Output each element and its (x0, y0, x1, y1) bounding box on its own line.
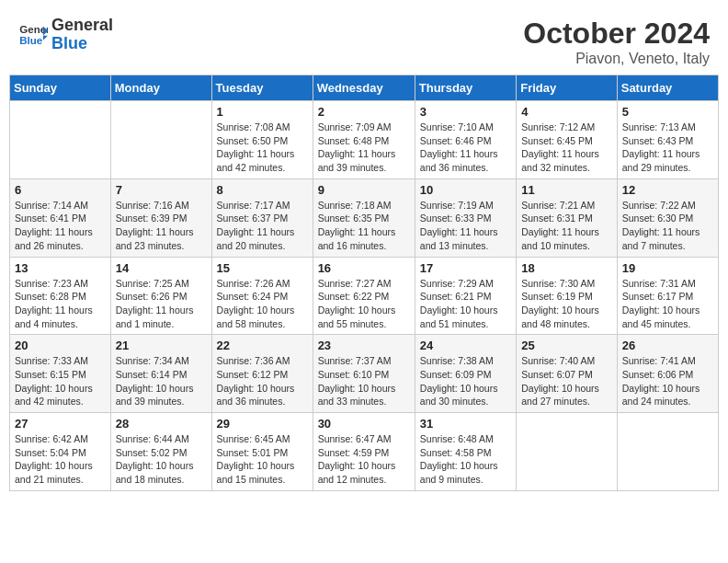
day-number: 13 (15, 261, 106, 275)
weekday-header-friday: Friday (517, 75, 618, 101)
day-number: 14 (116, 261, 207, 275)
day-number: 19 (622, 261, 713, 275)
calendar-cell: 24Sunrise: 7:38 AMSunset: 6:09 PMDayligh… (415, 335, 516, 413)
sun-info: Sunrise: 7:10 AMSunset: 6:46 PMDaylight:… (420, 121, 511, 175)
sun-info: Sunrise: 7:36 AMSunset: 6:12 PMDaylight:… (217, 354, 308, 408)
calendar-cell: 7Sunrise: 7:16 AMSunset: 6:39 PMDaylight… (110, 178, 211, 257)
sun-info: Sunrise: 7:38 AMSunset: 6:09 PMDaylight:… (420, 354, 511, 408)
sun-info: Sunrise: 7:23 AMSunset: 6:28 PMDaylight:… (15, 277, 106, 331)
day-number: 30 (318, 417, 410, 431)
calendar-cell: 22Sunrise: 7:36 AMSunset: 6:12 PMDayligh… (211, 335, 313, 413)
day-number: 4 (521, 105, 612, 119)
weekday-header-saturday: Saturday (617, 75, 718, 101)
sun-info: Sunrise: 7:12 AMSunset: 6:45 PMDaylight:… (521, 121, 612, 175)
calendar-cell: 10Sunrise: 7:19 AMSunset: 6:33 PMDayligh… (415, 178, 516, 257)
calendar-cell: 5Sunrise: 7:13 AMSunset: 6:43 PMDaylight… (617, 101, 718, 179)
sun-info: Sunrise: 7:25 AMSunset: 6:26 PMDaylight:… (116, 277, 207, 331)
sun-info: Sunrise: 7:27 AMSunset: 6:22 PMDaylight:… (318, 277, 410, 331)
day-number: 26 (622, 339, 713, 352)
calendar-week-row: 6Sunrise: 7:14 AMSunset: 6:41 PMDaylight… (10, 178, 719, 257)
weekday-header-wednesday: Wednesday (313, 75, 415, 101)
day-number: 18 (521, 261, 612, 275)
sun-info: Sunrise: 7:40 AMSunset: 6:07 PMDaylight:… (521, 354, 612, 408)
sun-info: Sunrise: 7:19 AMSunset: 6:33 PMDaylight:… (420, 199, 511, 253)
calendar-cell: 17Sunrise: 7:29 AMSunset: 6:21 PMDayligh… (415, 257, 516, 335)
calendar-cell: 23Sunrise: 7:37 AMSunset: 6:10 PMDayligh… (313, 335, 415, 413)
day-number: 20 (15, 339, 106, 352)
month-title: October 2024 (523, 17, 710, 51)
sun-info: Sunrise: 7:31 AMSunset: 6:17 PMDaylight:… (622, 277, 713, 331)
calendar-cell: 27Sunrise: 6:42 AMSunset: 5:04 PMDayligh… (10, 413, 111, 491)
calendar-week-row: 27Sunrise: 6:42 AMSunset: 5:04 PMDayligh… (10, 413, 719, 491)
sun-info: Sunrise: 7:17 AMSunset: 6:37 PMDaylight:… (217, 199, 308, 253)
sun-info: Sunrise: 6:44 AMSunset: 5:02 PMDaylight:… (116, 432, 207, 487)
calendar-cell: 29Sunrise: 6:45 AMSunset: 5:01 PMDayligh… (211, 413, 313, 491)
sun-info: Sunrise: 6:47 AMSunset: 4:59 PMDaylight:… (318, 432, 410, 487)
day-number: 22 (217, 339, 308, 352)
sun-info: Sunrise: 7:09 AMSunset: 6:48 PMDaylight:… (318, 121, 410, 175)
sun-info: Sunrise: 7:08 AMSunset: 6:50 PMDaylight:… (217, 121, 308, 175)
sun-info: Sunrise: 7:14 AMSunset: 6:41 PMDaylight:… (15, 199, 106, 253)
weekday-header-thursday: Thursday (415, 75, 516, 101)
weekday-header-monday: Monday (110, 75, 211, 101)
sun-info: Sunrise: 7:18 AMSunset: 6:35 PMDaylight:… (318, 199, 410, 253)
svg-text:Blue: Blue (19, 34, 43, 45)
day-number: 25 (521, 339, 612, 352)
calendar-cell: 30Sunrise: 6:47 AMSunset: 4:59 PMDayligh… (313, 413, 415, 491)
day-number: 9 (318, 183, 410, 197)
location-title: Piavon, Veneto, Italy (523, 51, 710, 67)
sun-info: Sunrise: 7:26 AMSunset: 6:24 PMDaylight:… (217, 277, 308, 331)
day-number: 7 (116, 183, 207, 197)
calendar-cell: 18Sunrise: 7:30 AMSunset: 6:19 PMDayligh… (517, 257, 618, 335)
calendar-week-row: 20Sunrise: 7:33 AMSunset: 6:15 PMDayligh… (10, 335, 719, 413)
calendar-cell: 19Sunrise: 7:31 AMSunset: 6:17 PMDayligh… (617, 257, 718, 335)
day-number: 28 (116, 417, 207, 431)
day-number: 10 (420, 183, 511, 197)
calendar-table: SundayMondayTuesdayWednesdayThursdayFrid… (9, 75, 719, 491)
weekday-header-tuesday: Tuesday (211, 75, 313, 101)
sun-info: Sunrise: 7:34 AMSunset: 6:14 PMDaylight:… (116, 354, 207, 408)
day-number: 23 (318, 339, 410, 352)
logo-icon: General Blue (18, 20, 48, 50)
day-number: 17 (420, 261, 511, 275)
calendar-cell: 11Sunrise: 7:21 AMSunset: 6:31 PMDayligh… (517, 178, 618, 257)
calendar-cell (10, 101, 111, 179)
day-number: 6 (15, 183, 106, 197)
day-number: 11 (521, 183, 612, 197)
calendar-cell: 21Sunrise: 7:34 AMSunset: 6:14 PMDayligh… (110, 335, 211, 413)
day-number: 12 (622, 183, 713, 197)
day-number: 15 (217, 261, 308, 275)
logo-blue: Blue (51, 35, 113, 53)
day-number: 29 (217, 417, 308, 431)
sun-info: Sunrise: 7:13 AMSunset: 6:43 PMDaylight:… (622, 121, 713, 175)
calendar-cell: 8Sunrise: 7:17 AMSunset: 6:37 PMDaylight… (211, 178, 313, 257)
calendar-header-row: SundayMondayTuesdayWednesdayThursdayFrid… (10, 75, 719, 101)
calendar-cell: 9Sunrise: 7:18 AMSunset: 6:35 PMDaylight… (313, 178, 415, 257)
page-header: General Blue General Blue October 2024 P… (9, 9, 719, 75)
sun-info: Sunrise: 7:22 AMSunset: 6:30 PMDaylight:… (622, 199, 713, 253)
calendar-cell: 6Sunrise: 7:14 AMSunset: 6:41 PMDaylight… (10, 178, 111, 257)
calendar-cell: 25Sunrise: 7:40 AMSunset: 6:07 PMDayligh… (517, 335, 618, 413)
calendar-cell: 28Sunrise: 6:44 AMSunset: 5:02 PMDayligh… (110, 413, 211, 491)
weekday-header-sunday: Sunday (10, 75, 111, 101)
calendar-cell: 1Sunrise: 7:08 AMSunset: 6:50 PMDaylight… (211, 101, 313, 179)
day-number: 31 (420, 417, 511, 431)
day-number: 5 (622, 105, 713, 119)
calendar-cell (110, 101, 211, 179)
sun-info: Sunrise: 7:29 AMSunset: 6:21 PMDaylight:… (420, 277, 511, 331)
sun-info: Sunrise: 7:37 AMSunset: 6:10 PMDaylight:… (318, 354, 410, 408)
day-number: 27 (15, 417, 106, 431)
logo: General Blue General Blue (18, 17, 113, 53)
calendar-cell: 26Sunrise: 7:41 AMSunset: 6:06 PMDayligh… (617, 335, 718, 413)
calendar-cell: 14Sunrise: 7:25 AMSunset: 6:26 PMDayligh… (110, 257, 211, 335)
calendar-cell: 4Sunrise: 7:12 AMSunset: 6:45 PMDaylight… (517, 101, 618, 179)
day-number: 3 (420, 105, 511, 119)
calendar-week-row: 1Sunrise: 7:08 AMSunset: 6:50 PMDaylight… (10, 101, 719, 179)
calendar-cell: 3Sunrise: 7:10 AMSunset: 6:46 PMDaylight… (415, 101, 516, 179)
calendar-cell: 15Sunrise: 7:26 AMSunset: 6:24 PMDayligh… (211, 257, 313, 335)
sun-info: Sunrise: 7:16 AMSunset: 6:39 PMDaylight:… (116, 199, 207, 253)
title-block: October 2024 Piavon, Veneto, Italy (523, 17, 710, 67)
calendar-cell (517, 413, 618, 491)
day-number: 24 (420, 339, 511, 352)
calendar-cell: 13Sunrise: 7:23 AMSunset: 6:28 PMDayligh… (10, 257, 111, 335)
